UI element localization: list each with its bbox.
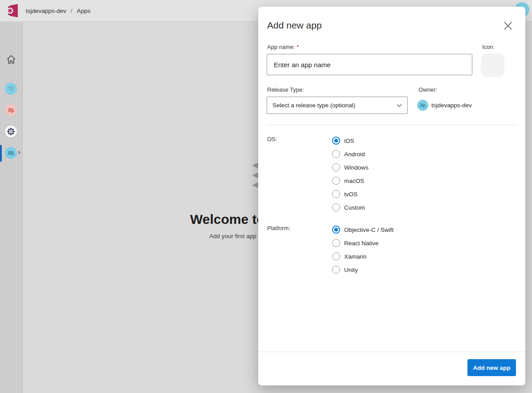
app-name-input[interactable] [267, 54, 472, 75]
owner-name: tsjdevapps-dev [431, 102, 472, 109]
release-type-select[interactable]: Select a release type (optional) [267, 97, 408, 114]
radio-option-label: Custom [344, 204, 365, 211]
radio-selected-icon[interactable] [332, 226, 340, 234]
radio-icon[interactable] [332, 239, 340, 247]
radio-option-objc-swift[interactable]: Objective-C / Swift [332, 224, 394, 235]
chevron-down-icon [397, 104, 402, 107]
release-type-label: Release Type: [267, 86, 304, 93]
add-new-app-button[interactable]: Add new app [467, 359, 516, 376]
radio-option-react-native[interactable]: React Native [332, 238, 378, 248]
radio-selected-icon[interactable] [332, 137, 340, 145]
app-icon-placeholder[interactable] [481, 53, 504, 76]
radio-option-macos[interactable]: macOS [332, 175, 364, 186]
app-window: Welcome to Add your first app tsjdevapps… [0, 0, 532, 393]
home-icon[interactable] [6, 54, 16, 65]
release-type-value: Select a release type (optional) [272, 102, 397, 109]
user-initials: TJ [8, 86, 14, 91]
people-icon [7, 150, 15, 156]
radio-icon[interactable] [332, 163, 340, 171]
add-new-app-dialog: Add new app App name: * Icon: Release Ty… [258, 7, 525, 385]
radio-option-label: iOS [344, 138, 354, 144]
radio-option-label: Android [344, 151, 365, 158]
app-name-label-text: App name: [267, 44, 295, 50]
required-asterisk: * [297, 44, 299, 50]
radio-option-tvos[interactable]: tvOS [332, 189, 357, 199]
icon-label: Icon: [482, 44, 495, 50]
radio-icon[interactable] [332, 190, 340, 198]
radio-option-label: Xamarin [344, 253, 366, 260]
radio-icon[interactable] [332, 177, 340, 185]
expand-flyout-chevron-icon[interactable]: › [18, 148, 20, 156]
dialog-title: Add new app [267, 20, 322, 31]
radio-option-android[interactable]: Android [332, 149, 365, 159]
left-sidebar: TJ [0, 22, 23, 393]
radio-option-xamarin[interactable]: Xamarin [332, 251, 366, 262]
radio-option-label: macOS [344, 178, 364, 184]
breadcrumb-current-page[interactable]: Apps [77, 8, 91, 14]
sidebar-org-avatar-selected[interactable] [5, 147, 17, 159]
welcome-heading: Welcome to [190, 212, 265, 227]
badge-emblem-icon [6, 127, 16, 136]
radio-icon[interactable] [332, 150, 340, 158]
radio-option-label: Unity [344, 267, 358, 273]
people-icon [419, 103, 426, 108]
section-divider [267, 125, 517, 125]
radio-option-unity[interactable]: Unity [332, 264, 358, 275]
radio-option-custom[interactable]: Custom [332, 202, 365, 213]
breadcrumb-separator: / [71, 8, 73, 14]
app-name-label: App name: * [267, 44, 299, 50]
app-center-logo-icon[interactable] [5, 4, 19, 18]
os-group-label: OS: [267, 136, 277, 142]
radio-option-ios[interactable]: iOS [332, 135, 354, 146]
radio-option-label: Objective-C / Swift [344, 227, 394, 233]
radio-icon[interactable] [332, 203, 340, 211]
close-icon[interactable] [503, 20, 513, 31]
radio-option-windows[interactable]: Windows [332, 162, 369, 173]
radio-icon[interactable] [332, 266, 340, 274]
sidebar-user-avatar[interactable]: TJ [5, 83, 17, 95]
selected-item-indicator [0, 145, 2, 162]
radio-icon[interactable] [332, 252, 340, 260]
owner-row: tsjdevapps-dev [417, 100, 472, 111]
footer-divider [258, 352, 525, 352]
radio-option-label: React Native [344, 240, 378, 247]
owner-label: Owner: [418, 86, 437, 93]
owner-avatar [417, 100, 428, 111]
breadcrumb: tsjdevapps-dev / Apps [26, 0, 90, 22]
platform-group-label: Platform: [267, 225, 290, 231]
breadcrumb-org[interactable]: tsjdevapps-dev [26, 8, 66, 14]
welcome-subtext: Add your first app [209, 233, 256, 239]
sidebar-org-avatar-badge[interactable] [5, 126, 17, 138]
people-icon [7, 107, 15, 113]
sidebar-org-avatar-red[interactable] [5, 104, 17, 116]
radio-option-label: Windows [344, 164, 369, 171]
radio-option-label: tvOS [344, 191, 357, 198]
